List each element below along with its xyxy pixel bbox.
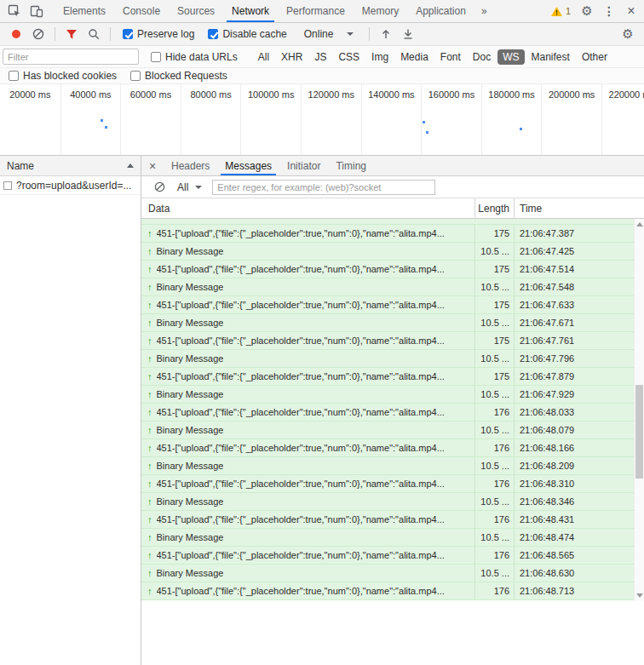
tab-sources[interactable]: Sources — [169, 0, 223, 22]
import-har-button[interactable] — [375, 23, 397, 45]
inspect-element-button[interactable] — [3, 0, 26, 22]
websocket-message-row[interactable]: ↑ Binary Message 10.5 ... 21:06:47.425 — [141, 243, 634, 261]
disable-cache-label: Disable cache — [222, 28, 286, 40]
websocket-message-row[interactable]: ↑ 451-["upload",{"file":{"_placeholder":… — [141, 332, 634, 350]
message-length-cell: 176 — [474, 511, 514, 528]
websocket-message-row[interactable]: ↑ Binary Message 10.5 ... 21:06:48.474 — [141, 529, 634, 547]
timeline-column[interactable]: 160000 ms — [421, 84, 481, 155]
request-checkbox[interactable] — [3, 181, 12, 190]
network-overview-timeline[interactable]: 20000 ms40000 ms60000 ms80000 ms100000 m… — [0, 84, 644, 156]
detail-tab-headers[interactable]: Headers — [164, 156, 217, 175]
websocket-message-row[interactable]: ↑ Binary Message 10.5 ... 21:06:48.209 — [141, 457, 634, 475]
filter-toggle-button[interactable] — [60, 23, 83, 45]
scrollbar-up-arrow[interactable] — [636, 222, 643, 226]
tab-elements[interactable]: Elements — [55, 0, 114, 22]
tab-performance[interactable]: Performance — [278, 0, 354, 22]
inspect-cursor-icon — [8, 4, 21, 18]
clear-network-log-button[interactable] — [27, 23, 49, 45]
scrollbar-thumb[interactable] — [635, 385, 643, 479]
timeline-column[interactable]: 220000 ms — [601, 84, 644, 155]
filter-type-media[interactable]: Media — [395, 49, 434, 65]
timeline-column[interactable]: 120000 ms — [301, 84, 361, 155]
record-network-log-button[interactable] — [5, 23, 27, 45]
tab-network[interactable]: Network — [223, 0, 278, 22]
detail-tab-timing[interactable]: Timing — [328, 156, 374, 175]
blocked-requests-checkbox[interactable]: Blocked Requests — [130, 70, 227, 82]
filter-type-ws[interactable]: WS — [497, 49, 524, 65]
name-column-header[interactable]: Name — [0, 156, 141, 176]
filter-type-css[interactable]: CSS — [333, 49, 365, 65]
message-regex-filter-input[interactable] — [212, 180, 435, 195]
column-header-length[interactable]: Length — [474, 198, 514, 218]
message-type-dropdown[interactable]: All — [177, 181, 202, 193]
toolbar-divider — [55, 27, 55, 41]
network-settings-button[interactable]: ⚙ — [617, 23, 639, 45]
network-filter-input[interactable] — [3, 49, 139, 65]
has-blocked-cookies-checkbox[interactable]: Has blocked cookies — [9, 70, 117, 82]
websocket-message-row[interactable]: ↑ 451-["upload",{"file":{"_placeholder":… — [141, 368, 634, 386]
websocket-message-row[interactable]: ↑ 451-["upload",{"file":{"_placeholder":… — [141, 475, 634, 493]
hide-data-urls-checkbox[interactable]: Hide data URLs — [151, 51, 238, 63]
export-har-button[interactable] — [397, 23, 419, 45]
scrollbar-down-arrow[interactable] — [636, 593, 643, 598]
close-devtools-button[interactable]: × — [620, 0, 642, 22]
sent-message-arrow-icon: ↑ — [147, 496, 152, 507]
timeline-column[interactable]: 140000 ms — [361, 84, 422, 155]
preserve-log-checkbox[interactable]: Preserve log — [123, 28, 194, 40]
timeline-column[interactable]: 180000 ms — [481, 84, 542, 155]
filter-type-other[interactable]: Other — [577, 49, 612, 65]
filter-type-xhr[interactable]: XHR — [276, 49, 308, 65]
websocket-message-row[interactable]: ↑ Binary Message 10.5 ... 21:06:48.346 — [141, 493, 634, 511]
websocket-message-row[interactable]: ↑ 451-["upload",{"file":{"_placeholder":… — [141, 261, 634, 278]
request-row[interactable]: ?room=upload&userId=... — [0, 176, 141, 195]
throttling-dropdown[interactable]: Online — [304, 28, 354, 40]
tab-console[interactable]: Console — [114, 0, 169, 22]
timeline-column[interactable]: 100000 ms — [240, 84, 301, 155]
close-detail-button[interactable]: × — [141, 159, 164, 173]
websocket-message-row[interactable]: ↑ 451-["upload",{"file":{"_placeholder":… — [141, 404, 634, 421]
websocket-message-row[interactable]: ↑ Binary Message 10.5 ... 21:06:48.079 — [141, 421, 634, 439]
more-options-button[interactable]: ⋮ — [598, 0, 620, 22]
sent-message-arrow-icon: ↑ — [147, 318, 152, 328]
search-button[interactable] — [83, 23, 105, 45]
tab-application[interactable]: Application — [407, 0, 474, 22]
waterfall-activity-mark — [426, 131, 428, 134]
device-toolbar-button[interactable] — [26, 0, 48, 22]
websocket-message-row[interactable]: ↑ Binary Message 10.5 ... 21:06:47.671 — [141, 314, 634, 332]
timeline-column[interactable]: 80000 ms — [181, 84, 241, 155]
websocket-message-row[interactable]: ↑ Binary Message 10.5 ... 21:06:47.548 — [141, 278, 634, 296]
filter-type-font[interactable]: Font — [435, 49, 466, 65]
more-panels-chevron-icon[interactable]: » — [474, 5, 494, 17]
filter-type-manifest[interactable]: Manifest — [526, 49, 575, 65]
websocket-message-row[interactable]: ↑ 451-["upload",{"file":{"_placeholder":… — [141, 511, 634, 529]
websocket-message-row[interactable]: ↑ Binary Message 10.5 ... 21:06:48.630 — [141, 565, 634, 582]
messages-scrollbar[interactable] — [634, 219, 644, 601]
websocket-message-row[interactable]: ↑ 451-["upload",{"file":{"_placeholder":… — [141, 582, 634, 600]
websocket-message-row[interactable]: ↑ 451-["upload",{"file":{"_placeholder":… — [141, 439, 634, 457]
console-warning-indicator[interactable]: 1 — [545, 6, 576, 17]
column-header-data[interactable]: Data — [141, 198, 474, 218]
detail-tab-messages[interactable]: Messages — [217, 156, 279, 175]
timeline-column[interactable]: 20000 ms — [0, 84, 60, 155]
column-header-time[interactable]: Time — [514, 198, 634, 218]
timeline-column[interactable]: 40000 ms — [60, 84, 121, 155]
websocket-message-row[interactable]: ↑ 451-["upload",{"file":{"_placeholder":… — [141, 547, 634, 565]
filter-type-doc[interactable]: Doc — [468, 49, 496, 65]
websocket-message-row[interactable]: ↑ Binary Message 10.5 ... 21:06:47.929 — [141, 386, 634, 404]
settings-button[interactable]: ⚙ — [576, 0, 598, 22]
websocket-message-row[interactable]: ↑ 451-["upload",{"file":{"_placeholder":… — [141, 225, 634, 243]
detail-tab-initiator[interactable]: Initiator — [279, 156, 328, 175]
filter-type-all[interactable]: All — [253, 49, 274, 65]
network-options-bar: Has blocked cookies Blocked Requests — [0, 68, 644, 84]
filter-type-js[interactable]: JS — [309, 49, 331, 65]
websocket-message-row[interactable]: ↑ Binary Message 10.5 ... 21:06:47.796 — [141, 350, 634, 368]
timeline-column[interactable]: 200000 ms — [541, 84, 601, 155]
websocket-message-row-partial[interactable] — [141, 219, 634, 225]
websocket-message-row[interactable]: ↑ 451-["upload",{"file":{"_placeholder":… — [141, 296, 634, 314]
message-length-cell: 176 — [474, 404, 514, 421]
tab-memory[interactable]: Memory — [354, 0, 407, 22]
clear-messages-button[interactable] — [152, 180, 167, 195]
disable-cache-checkbox[interactable]: Disable cache — [208, 28, 286, 40]
filter-type-img[interactable]: Img — [366, 49, 394, 65]
timeline-column[interactable]: 60000 ms — [120, 84, 181, 155]
